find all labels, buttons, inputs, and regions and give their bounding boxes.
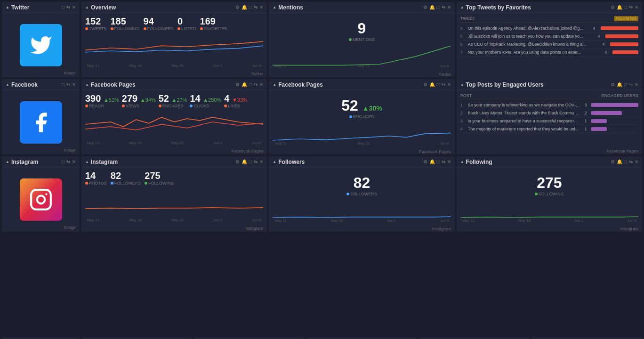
engaged-value: 52 ▲27% — [159, 93, 187, 104]
close-icon[interactable]: ✕ — [72, 159, 76, 164]
bell-icon[interactable]: 🔔 — [242, 159, 247, 164]
share-icon[interactable]: ⇆ — [629, 159, 633, 164]
following-value: 185 — [111, 16, 126, 26]
gear-icon[interactable]: ⚙ — [235, 159, 240, 164]
chat-icon[interactable]: □ — [437, 5, 440, 10]
ig-followers-body: 82 FOLLOWERS May 11 May 18 Jun 1 Jun 8 — [269, 168, 454, 226]
ig-following-header: Following ⚙ 🔔 □ ⇆ ✕ — [457, 156, 642, 168]
ig-following-icons[interactable]: ⚙ 🔔 □ ⇆ ✕ — [611, 159, 638, 164]
instagram-following-card: Following ⚙ 🔔 □ ⇆ ✕ 275 FOLLOWING — [457, 156, 642, 232]
instagram-overview-icons[interactable]: ⚙ 🔔 □ ⇆ ✕ — [235, 159, 263, 164]
instagram-metrics: 14 PHOTOS 82 FOLLOWERS 275 FOLLOWING — [85, 170, 263, 186]
mentions-icons[interactable]: ⚙ 🔔 □ ⇆ ✕ — [423, 5, 451, 10]
gear-icon[interactable]: ⚙ — [235, 5, 240, 10]
close-icon[interactable]: ✕ — [259, 159, 263, 164]
gear-icon[interactable]: ⚙ — [611, 5, 615, 10]
mentions-body: 9 MENTIONS May 11 May 25 Jun 8 — [269, 13, 454, 71]
linkedin-company-card: LinkedIn Company ⚙ 🔔 □ ⇆ ✕ 8 ▼38% INTERA… — [81, 337, 192, 339]
chat-icon[interactable]: □ — [249, 159, 252, 164]
overview-chart: May 11 May 18 May 25 Jun 1 Jun 8 — [85, 33, 263, 68]
bell-icon[interactable]: 🔔 — [617, 159, 622, 164]
close-icon[interactable]: ✕ — [72, 5, 76, 10]
post-col-header: POST — [460, 93, 472, 98]
bell-icon[interactable]: 🔔 — [617, 82, 622, 87]
bell-icon[interactable]: 🔔 — [429, 5, 435, 10]
chat-icon[interactable]: □ — [624, 82, 627, 87]
chat-icon[interactable]: □ — [249, 82, 252, 87]
facebook-image-icons[interactable]: □ ⇆ ✕ — [62, 82, 76, 87]
instagram-image-body — [2, 168, 80, 232]
share-icon[interactable]: ⇆ — [629, 5, 633, 10]
close-icon[interactable]: ✕ — [259, 5, 263, 10]
metric-listed: 0 LISTED — [177, 16, 196, 31]
chat-icon[interactable]: □ — [437, 82, 440, 87]
chat-icon[interactable]: □ — [624, 159, 627, 164]
twitter-image-icons[interactable]: □ ⇆ ✕ — [62, 5, 76, 10]
share-icon[interactable]: ⇆ — [442, 159, 445, 164]
share-icon[interactable]: ⇆ — [66, 82, 70, 87]
facebook-logo — [20, 101, 62, 144]
instagram-logo — [20, 178, 62, 221]
close-icon[interactable]: ✕ — [72, 82, 76, 87]
instagram-image-icons[interactable]: □ ⇆ ✕ — [62, 159, 76, 164]
fb-pages2-icons[interactable]: ⚙ 🔔 □ ⇆ ✕ — [423, 82, 451, 87]
gear-icon[interactable]: ⚙ — [235, 82, 240, 87]
share-icon[interactable]: ⇆ — [442, 82, 445, 87]
close-icon[interactable]: ✕ — [635, 159, 638, 164]
close-icon[interactable]: ✕ — [259, 82, 263, 87]
close-icon[interactable]: ✕ — [447, 159, 451, 164]
close-icon[interactable]: ✕ — [447, 5, 451, 10]
gear-icon[interactable]: ⚙ — [423, 82, 427, 87]
li-pageviews-header: All Page Views ⚙ 🔔 □ ⇆ ✕ — [419, 337, 530, 339]
share-icon[interactable]: ⇆ — [629, 82, 633, 87]
share-icon[interactable]: ⇆ — [442, 5, 445, 10]
share-icon[interactable]: ⇆ — [254, 82, 258, 87]
chat-icon[interactable]: □ — [62, 5, 64, 10]
fb-engaged-label: ENGAGED — [273, 114, 451, 119]
fb-pages1-icons[interactable]: ⚙ 🔔 □ ⇆ ✕ — [235, 82, 263, 87]
gear-icon[interactable]: ⚙ — [423, 5, 427, 10]
bell-icon[interactable]: 🔔 — [429, 82, 435, 87]
bell-icon[interactable]: 🔔 — [429, 159, 435, 164]
chat-icon[interactable]: □ — [62, 159, 64, 164]
table-row: 5. .@Suzzicks will join us to teach you … — [460, 32, 638, 40]
share-icon[interactable]: ⇆ — [66, 5, 70, 10]
ig-followers-footer: Instagram — [269, 226, 454, 232]
views-value: 279 ▲94% — [122, 93, 156, 104]
top-posts-icons[interactable]: ⚙ 🔔 □ ⇆ ✕ — [611, 82, 638, 87]
ig-followers-icons[interactable]: ⚙ 🔔 □ ⇆ ✕ — [423, 159, 451, 164]
post-bar — [591, 127, 607, 131]
top-posts-card: Top Posts by Engaged Users ⚙ 🔔 □ ⇆ ✕ POS… — [457, 79, 642, 154]
metric-followers: 94 FOLLOWERS — [144, 16, 174, 31]
chat-icon[interactable]: □ — [249, 5, 252, 10]
li-followers-header: Followers ⚙ 🔔 □ ⇆ ✕ — [194, 337, 305, 339]
favorites-label: FAVORITES — [200, 26, 227, 31]
chat-icon[interactable]: □ — [62, 82, 64, 87]
metric-ig-photos: 14 PHOTOS — [85, 170, 107, 186]
fb-pages2-title: Facebook Pages — [273, 81, 323, 88]
gear-icon[interactable]: ⚙ — [611, 82, 615, 87]
share-icon[interactable]: ⇆ — [66, 159, 70, 164]
close-icon[interactable]: ✕ — [635, 82, 638, 87]
metric-clicks: 14 ▲250% CLICKS — [190, 93, 221, 108]
close-icon[interactable]: ✕ — [447, 82, 451, 87]
gear-icon[interactable]: ⚙ — [423, 159, 427, 164]
bell-icon[interactable]: 🔔 — [242, 5, 247, 10]
clicks-label: CLICKS — [190, 104, 209, 108]
bell-icon[interactable]: 🔔 — [617, 5, 622, 10]
mentions-chart: May 11 May 25 Jun 8 — [273, 44, 451, 68]
top-tweets-icons[interactable]: ⚙ 🔔 □ ⇆ ✕ — [611, 5, 638, 10]
overview-body: 152 TWEETS 185 FOLLOWING 94 FOLLOWERS 0 … — [81, 13, 267, 71]
fb-pages1-footer: Facebook Pages — [81, 148, 267, 154]
chat-icon[interactable]: □ — [624, 5, 627, 10]
chat-icon[interactable]: □ — [437, 159, 440, 164]
gear-icon[interactable]: ⚙ — [611, 159, 615, 164]
share-icon[interactable]: ⇆ — [254, 5, 258, 10]
svg-point-1 — [37, 196, 45, 204]
facebook-image-card: Facebook □ ⇆ ✕ Image — [2, 79, 80, 154]
close-icon[interactable]: ✕ — [635, 5, 638, 10]
overview-icons[interactable]: ⚙ 🔔 □ ⇆ ✕ — [235, 5, 263, 10]
bell-icon[interactable]: 🔔 — [242, 82, 247, 87]
mentions-chart-labels: May 11 May 25 Jun 8 — [273, 64, 451, 68]
share-icon[interactable]: ⇆ — [254, 159, 258, 164]
